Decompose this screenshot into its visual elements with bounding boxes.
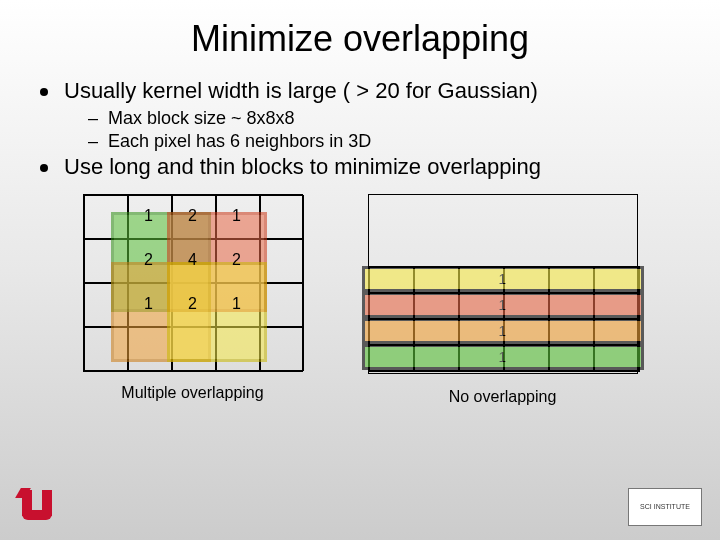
overlap-value: 4 <box>171 238 215 282</box>
sci-institute-logo: SCI INSTITUTE <box>628 488 702 526</box>
overlap-value: 2 <box>171 194 215 238</box>
overlap-value: 2 <box>127 238 171 282</box>
right-diagram: 1 1 1 1 <box>368 194 638 374</box>
slide-content: Usually kernel width is large ( > 20 for… <box>0 60 720 406</box>
overlap-value: 2 <box>171 282 215 326</box>
dash-icon: – <box>88 108 98 129</box>
sub-bullet-text: Max block size ~ 8x8x8 <box>108 108 295 129</box>
left-diagram: 1 2 1 2 4 2 1 2 1 <box>83 194 303 370</box>
overlap-value: 1 <box>127 194 171 238</box>
overlap-value: 1 <box>127 282 171 326</box>
overlap-value: 2 <box>215 238 259 282</box>
bullet-text: Usually kernel width is large ( > 20 for… <box>64 78 538 104</box>
bullet-item: Use long and thin blocks to minimize ove… <box>40 154 680 180</box>
thin-block-row: 1 <box>362 344 644 370</box>
left-diagram-column: 1 2 1 2 4 2 1 2 1 Multiple overl <box>83 194 303 406</box>
bullet-dot-icon <box>40 164 48 172</box>
sub-bullet-item: – Max block size ~ 8x8x8 <box>88 108 680 129</box>
bullet-dot-icon <box>40 88 48 96</box>
thin-block-row: 1 <box>362 318 644 344</box>
overlay-value-grid: 1 2 1 2 4 2 1 2 1 <box>83 194 303 370</box>
sub-bullet-text: Each pixel has 6 neighbors in 3D <box>108 131 371 152</box>
overlap-value: 1 <box>215 194 259 238</box>
left-caption: Multiple overlapping <box>83 384 303 402</box>
thin-block-row: 1 <box>362 266 644 292</box>
diagram-row: 1 2 1 2 4 2 1 2 1 Multiple overl <box>40 194 680 406</box>
right-diagram-column: 1 1 1 1 No overlapping <box>368 194 638 406</box>
bullet-item: Usually kernel width is large ( > 20 for… <box>40 78 680 104</box>
university-u-logo-icon <box>18 488 56 526</box>
slide-title: Minimize overlapping <box>0 0 720 60</box>
overlap-value: 1 <box>215 282 259 326</box>
right-caption: No overlapping <box>368 388 638 406</box>
sub-bullet-item: – Each pixel has 6 neighbors in 3D <box>88 131 680 152</box>
thin-block-row: 1 <box>362 292 644 318</box>
dash-icon: – <box>88 131 98 152</box>
bullet-text: Use long and thin blocks to minimize ove… <box>64 154 541 180</box>
